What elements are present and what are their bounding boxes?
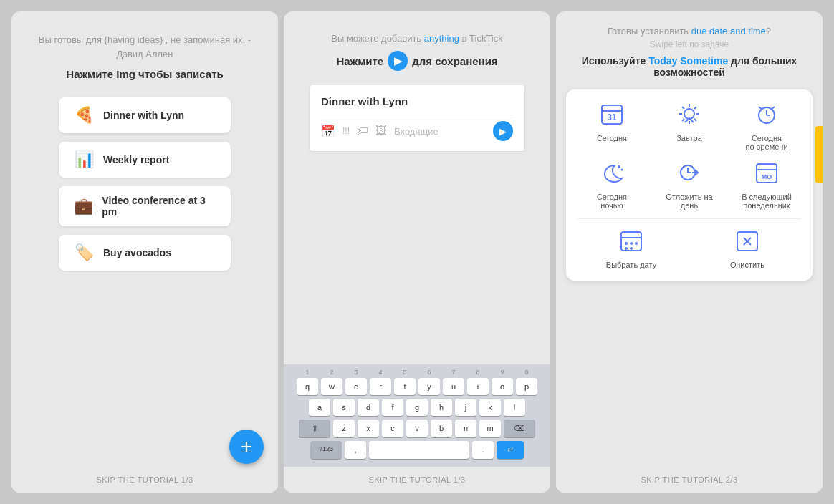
- key-f[interactable]: f: [382, 399, 403, 416]
- svg-line-10: [694, 107, 696, 109]
- plus-icon: +: [241, 435, 252, 458]
- task-card-avocados: 🏷️ Buy avocados: [59, 235, 231, 271]
- sometime-label: Sometime: [680, 55, 728, 67]
- date-divider: [577, 218, 801, 219]
- quote-prefix: Вы можете добавить: [331, 33, 424, 44]
- panel3-instruction: Используйте Today Sometime для больших в…: [566, 55, 813, 78]
- exclaim-icon[interactable]: !!!: [342, 126, 350, 136]
- key-delete[interactable]: ⌫: [504, 420, 535, 437]
- pizza-icon: 🍕: [73, 106, 95, 125]
- key-k[interactable]: k: [479, 399, 501, 416]
- svg-point-18: [621, 169, 623, 171]
- date-label-tomorrow: Завтра: [676, 134, 702, 142]
- key-h[interactable]: h: [431, 399, 452, 416]
- skip-bar-2[interactable]: SKIP THE TUTORIAL 1/3: [284, 467, 550, 493]
- date-option-postpone[interactable]: Отложить на день: [655, 160, 724, 210]
- date-label-tonight: Сегодня ночью: [597, 193, 627, 210]
- briefcase-icon: 💼: [73, 197, 93, 215]
- today-label: Today: [648, 55, 677, 67]
- key-q[interactable]: q: [297, 378, 318, 395]
- key-l[interactable]: l: [504, 399, 525, 416]
- key-r[interactable]: r: [370, 378, 391, 395]
- svg-text:31: 31: [607, 112, 617, 122]
- date-option-pick-date[interactable]: Выбрать дату: [577, 228, 685, 269]
- key-n[interactable]: n: [455, 420, 476, 437]
- key-a[interactable]: a: [309, 399, 330, 416]
- svg-line-15: [759, 107, 762, 110]
- key-i[interactable]: i: [467, 378, 489, 395]
- key-z[interactable]: z: [333, 420, 355, 437]
- key-comma[interactable]: ,: [345, 441, 366, 459]
- date-label-postpone: Отложить на день: [666, 193, 712, 210]
- date-grid: 31 Сегодня: [577, 101, 801, 210]
- svg-line-8: [682, 107, 684, 109]
- date-card: 31 Сегодня: [566, 89, 813, 281]
- key-d[interactable]: d: [358, 399, 379, 416]
- instruction-suffix: для сохранения: [412, 55, 497, 67]
- moon-icon: [599, 160, 625, 188]
- date-option-clear[interactable]: Очистить: [694, 228, 801, 269]
- tag-toolbar-icon[interactable]: 🏷: [357, 125, 368, 137]
- key-u[interactable]: u: [443, 378, 464, 395]
- svg-line-16: [771, 107, 775, 110]
- key-period[interactable]: .: [472, 441, 494, 459]
- due-date-highlight: due date and time: [691, 26, 766, 37]
- date-label-today-time: Сегодня по времени: [745, 134, 787, 151]
- key-j[interactable]: j: [455, 399, 476, 416]
- panel-3: Готовы установить due date and time? Swi…: [556, 11, 823, 493]
- date-option-tomorrow[interactable]: Завтра: [655, 101, 724, 151]
- date-option-next-monday[interactable]: МО В следующий понедельник: [732, 160, 801, 210]
- panel-2: Вы можете добавить anything в TickTick Н…: [284, 11, 550, 493]
- key-w[interactable]: w: [321, 378, 342, 395]
- keyboard-row-2: a s d f g h j k l: [287, 399, 547, 416]
- date-option-today[interactable]: 31 Сегодня: [577, 101, 646, 151]
- panel1-instruction: Нажмите Img чтобы записать: [66, 68, 223, 80]
- panel3-swipe-text: Swipe left по задаче: [650, 39, 729, 49]
- key-t[interactable]: t: [394, 378, 416, 395]
- key-p[interactable]: p: [516, 378, 537, 395]
- key-g[interactable]: g: [406, 399, 428, 416]
- x-square-icon: [734, 228, 760, 256]
- date-option-tonight[interactable]: Сегодня ночью: [577, 160, 646, 210]
- alarm-icon: [754, 101, 780, 130]
- send-button[interactable]: ▶: [493, 121, 513, 141]
- svg-point-28: [625, 242, 628, 245]
- panel2-quote: Вы можете добавить anything в TickTick: [331, 33, 502, 44]
- svg-point-17: [618, 165, 620, 168]
- calendar-dots-icon: [618, 228, 644, 256]
- key-x[interactable]: x: [358, 420, 379, 437]
- key-m[interactable]: m: [479, 420, 501, 437]
- calendar-icon[interactable]: 📅: [321, 125, 335, 138]
- key-s[interactable]: s: [333, 399, 355, 416]
- key-y[interactable]: y: [418, 378, 440, 395]
- panel1-quote: Вы готовы для {having ideas} , не запоми…: [26, 33, 264, 61]
- key-c[interactable]: c: [382, 420, 403, 437]
- fab-button[interactable]: +: [229, 430, 264, 464]
- image-icon[interactable]: 🖼: [375, 125, 387, 137]
- date-label-next-monday: В следующий понедельник: [742, 193, 792, 210]
- key-enter[interactable]: ↵: [497, 441, 524, 459]
- key-b[interactable]: b: [431, 420, 452, 437]
- task-label: Weekly report: [103, 154, 169, 165]
- key-space[interactable]: [369, 441, 469, 459]
- skip-bar-1[interactable]: SKIP THE TUTORIAL 1/3: [11, 467, 278, 493]
- yellow-bar: [815, 126, 823, 183]
- keyboard: 1 2 3 4 5 6 7 8 9 0 q w e r t y u i o p …: [284, 364, 550, 467]
- panel2-instruction: Нажмите ▶ для сохранения: [336, 51, 497, 71]
- key-shift[interactable]: ⇧: [299, 420, 330, 437]
- task-label: Buy avocados: [103, 247, 171, 258]
- skip-bar-3[interactable]: SKIP THE TUTORIAL 2/3: [556, 467, 823, 493]
- date-grid-bottom: Выбрать дату Очистить: [577, 228, 801, 269]
- input-box[interactable]: Dinner with Lynn 📅 !!! 🏷 🖼 Входящие ▶: [310, 85, 524, 151]
- key-numbers[interactable]: ?123: [310, 441, 342, 459]
- date-option-today-time[interactable]: Сегодня по времени: [732, 101, 801, 151]
- panel1-content: Вы готовы для {having ideas} , не запоми…: [11, 11, 278, 467]
- svg-line-9: [694, 119, 696, 121]
- key-o[interactable]: o: [492, 378, 513, 395]
- key-v[interactable]: v: [406, 420, 428, 437]
- svg-point-30: [635, 242, 638, 245]
- key-e[interactable]: e: [345, 378, 367, 395]
- svg-line-11: [682, 119, 684, 121]
- panel3-top-text: Готовы установить due date and time?: [608, 26, 771, 37]
- task-card-conference: 💼 Video conference at 3 pm: [59, 186, 231, 226]
